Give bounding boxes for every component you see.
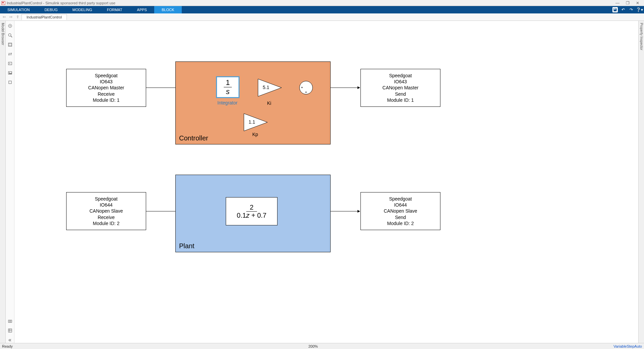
title-bar: IndustrialPlantControl - Simulink sponso… xyxy=(0,0,644,6)
save-icon[interactable] xyxy=(612,7,618,12)
block-integrator[interactable]: 1 s xyxy=(216,76,240,98)
block-canopen-slave-receive[interactable]: Speedgoat IO644 CANopen Slave Receive Mo… xyxy=(66,192,146,230)
block-gain-ki[interactable]: 5.1 xyxy=(258,79,282,96)
gain-kp-label: Kp xyxy=(252,132,258,137)
minimize-button[interactable]: — xyxy=(612,1,622,5)
hide-show-browser-icon[interactable] xyxy=(7,23,13,29)
svg-rect-2 xyxy=(614,8,616,9)
block-canopen-master-send[interactable]: Speedgoat IO643 CANopen Master Send Modu… xyxy=(360,69,440,107)
window-title: IndustrialPlantControl - Simulink sponso… xyxy=(7,1,115,5)
area-icon[interactable] xyxy=(7,79,13,85)
zoom-icon[interactable] xyxy=(7,32,13,38)
svg-point-5 xyxy=(8,34,11,36)
svg-rect-1 xyxy=(2,2,4,3)
model-browser-panel[interactable]: Model Browser xyxy=(0,21,6,343)
breadcrumb-model[interactable]: IndustrialPlantControl xyxy=(22,14,67,20)
status-solver[interactable]: VariableStepAuto xyxy=(613,344,642,348)
model-data-icon[interactable] xyxy=(7,328,13,334)
svg-point-4 xyxy=(9,26,10,27)
breadcrumb-bar: ⇦ ⇨ ⇧ IndustrialPlantControl xyxy=(0,13,644,21)
property-inspector-panel[interactable]: Property Inspector xyxy=(638,21,644,343)
tab-block[interactable]: BLOCK xyxy=(154,6,181,13)
block-transfer-function[interactable]: 2 0.1z + 0.7 xyxy=(226,197,277,225)
svg-rect-17 xyxy=(8,329,12,332)
image-icon[interactable] xyxy=(7,70,13,76)
block-sum[interactable]: + + xyxy=(299,81,313,94)
close-button[interactable]: ✕ xyxy=(633,1,643,5)
tab-format[interactable]: FORMAT xyxy=(99,6,130,13)
canvas-toolbar: A « xyxy=(6,21,14,343)
block-gain-kp[interactable]: 1.1 xyxy=(244,114,267,131)
svg-marker-27 xyxy=(258,79,282,96)
controller-label: Controller xyxy=(179,134,208,142)
svg-point-13 xyxy=(9,72,10,73)
nav-back-icon[interactable]: ⇦ xyxy=(1,14,7,20)
svg-line-6 xyxy=(11,36,12,37)
gain-ki-label: Ki xyxy=(267,100,271,106)
fit-to-view-icon[interactable] xyxy=(7,42,13,48)
redo-icon[interactable]: ↷ xyxy=(629,7,634,12)
svg-rect-7 xyxy=(8,43,12,46)
undo-icon[interactable]: ↶ xyxy=(620,7,626,12)
plant-label: Plant xyxy=(179,242,195,250)
normal-view-icon[interactable] xyxy=(7,51,13,57)
property-inspector-label: Property Inspector xyxy=(640,23,643,50)
ribbon-tabs: SIMULATION DEBUG MODELING FORMAT APPS BL… xyxy=(0,6,644,13)
block-canopen-master-receive[interactable]: Speedgoat IO643 CANopen Master Receive M… xyxy=(66,69,146,107)
app-icon xyxy=(1,1,5,5)
model-browser-label: Model Browser xyxy=(1,23,5,45)
tab-modeling[interactable]: MODELING xyxy=(65,6,100,13)
help-icon[interactable]: ❔▾ xyxy=(637,7,642,12)
collapse-icon[interactable]: « xyxy=(7,337,13,343)
status-bar: Ready 200% VariableStepAuto xyxy=(0,343,644,349)
annotation-icon[interactable]: A xyxy=(7,60,13,67)
restore-button[interactable]: ❐ xyxy=(622,1,633,5)
nav-up-icon[interactable]: ⇧ xyxy=(15,14,20,20)
svg-rect-14 xyxy=(9,81,11,84)
tab-apps[interactable]: APPS xyxy=(130,6,154,13)
screenshot-icon[interactable] xyxy=(7,318,13,324)
diagram-canvas[interactable]: Controller Plant Speedgoat IO643 CANopen… xyxy=(14,21,638,343)
status-ready: Ready xyxy=(2,344,13,348)
svg-text:A: A xyxy=(9,62,10,64)
block-canopen-slave-send[interactable]: Speedgoat IO644 CANopen Slave Send Modul… xyxy=(360,192,440,230)
tab-simulation[interactable]: SIMULATION xyxy=(0,6,37,13)
status-zoom[interactable]: 200% xyxy=(13,344,613,348)
integrator-label: Integrator xyxy=(217,100,238,105)
nav-forward-icon[interactable]: ⇨ xyxy=(8,14,13,20)
tab-debug[interactable]: DEBUG xyxy=(37,6,65,13)
svg-point-16 xyxy=(9,321,11,322)
svg-marker-28 xyxy=(244,114,267,131)
